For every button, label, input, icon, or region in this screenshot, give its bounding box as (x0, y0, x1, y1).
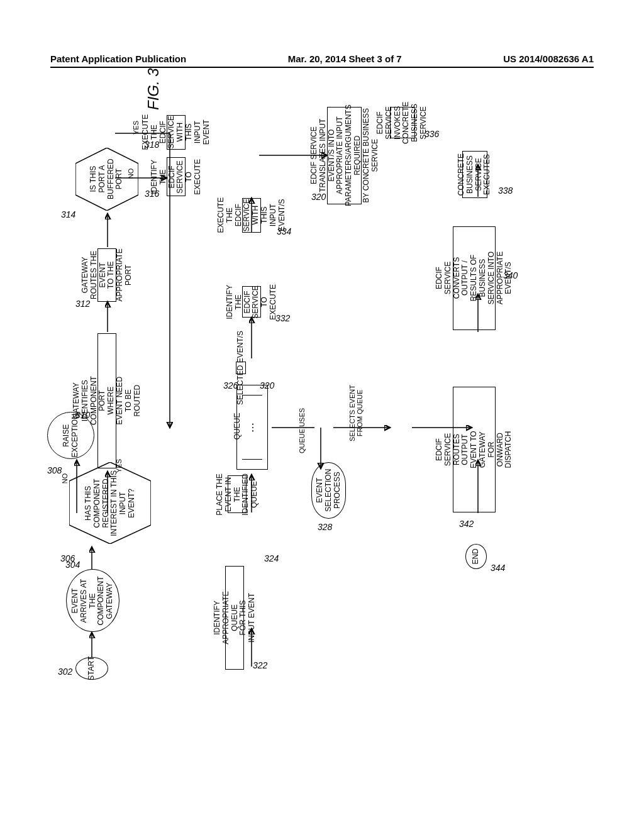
ref-338: 338 (498, 185, 513, 196)
ref-340: 340 (503, 270, 518, 280)
ref-306: 306 (60, 553, 75, 563)
node-336: EDCIF SERVICEINVOKES CONCRETEBUSINESS SE… (390, 107, 415, 138)
header-rule (50, 67, 594, 68)
ref-344: 344 (491, 563, 505, 573)
node-334: EXECUTE THE EDCIF SERVICEWITH THIS INPUT… (242, 198, 261, 233)
node-338: CONCRETEBUSINESS SERVICEEXECUTES (462, 151, 487, 198)
node-310: GATEWAY IDENTIFIES COMPONENT PORTWHERE E… (97, 333, 116, 468)
ref-318: 318 (145, 140, 159, 150)
ref-324: 324 (264, 553, 279, 563)
ref-314: 314 (61, 209, 75, 219)
node-320: EDCIF SERVICE TRANSLATES INPUTEVENT/S IN… (327, 107, 362, 204)
ref-302: 302 (58, 667, 72, 677)
ref-316: 316 (145, 189, 159, 199)
flowchart-diagram: START 302 EVENTARRIVES AT THECOMPONENTGA… (63, 113, 566, 679)
start-terminal: START (75, 657, 108, 680)
ref-310: 310 (75, 410, 90, 420)
node-328: EVENTSELECTIONPROCESS (311, 462, 346, 519)
node-330: SELECTED EVENT/S (236, 362, 246, 374)
header-left: Patent Application Publication (50, 53, 186, 64)
node-304: EVENTARRIVES AT THECOMPONENTGATEWAY (66, 569, 119, 632)
node-322: IDENTIFY APPROPRIATE QUEUEFOR THIS INPUT… (225, 566, 244, 670)
node-314-decision: IS THISPORT A BUFFEREDPORT (75, 148, 138, 211)
queue-uses-label: QUEUE USES (298, 403, 306, 453)
ref-336: 336 (425, 129, 439, 139)
ref-332: 332 (275, 313, 290, 323)
end-terminal: END (465, 544, 487, 569)
node-306-decision: HAS THISCOMPONENT REGISTEREDINTEREST IN … (69, 462, 151, 544)
node-312: GATEWAY ROUTES THE EVENTTO THE APPROPRIA… (97, 248, 116, 302)
ref-312: 312 (75, 299, 90, 309)
header-center: Mar. 20, 2014 Sheet 3 of 7 (288, 53, 402, 64)
node-340: EDCIF SERVICECONVERTS OUTPUT /RESULTS OF… (453, 226, 496, 330)
node-342: EDCIF SERVICEROUTES OUTPUTEVENT TO GATEW… (453, 387, 496, 512)
label-no-306: NO (61, 473, 69, 484)
node-332: IDENTIFY THE EDCIFSERVICE TO EXECUTE (242, 286, 261, 318)
label-yes-314: YES (132, 121, 140, 135)
ref-322: 322 (253, 660, 267, 670)
node-316: IDENTIFY THE EDCIFSERVICE TO EXECUTE (167, 157, 186, 196)
ref-308: 308 (47, 465, 62, 475)
label-no-314: NO (127, 169, 135, 179)
selects-event-label: SELECTS EVENTFROM QUEUE (348, 382, 364, 445)
node-324: PLACE THE EVENT INTHE IDENTIFIED QUEUE (228, 475, 247, 513)
ref-334: 334 (277, 226, 291, 236)
ref-320b: 320 (311, 192, 326, 202)
node-318: EXECUTE THE EDCIF SERVICEWITH THIS INPUT… (167, 115, 186, 150)
ref-328: 328 (318, 522, 332, 532)
header-right: US 2014/0082636 A1 (503, 53, 594, 64)
figure-label: FIG. 3 (145, 68, 162, 110)
ref-320a: 320 (260, 380, 274, 390)
ref-342: 342 (459, 519, 474, 529)
